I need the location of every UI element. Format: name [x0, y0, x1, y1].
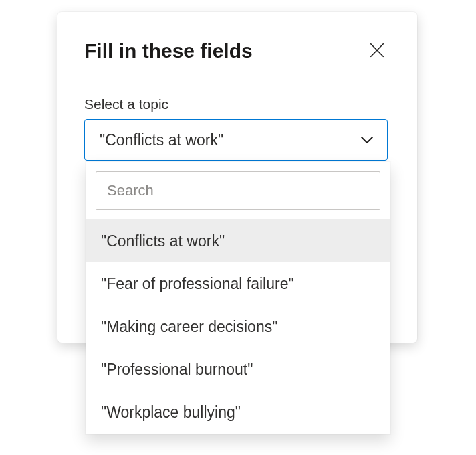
modal-header: Fill in these fields — [84, 37, 390, 64]
vertical-divider — [7, 0, 7, 455]
dropdown-option[interactable]: "Professional burnout" — [86, 348, 390, 391]
topic-dropdown: "Conflicts at work" "Fear of professiona… — [86, 162, 390, 434]
dropdown-option-list: "Conflicts at work" "Fear of professiona… — [86, 219, 390, 434]
dropdown-search-input[interactable] — [96, 171, 380, 210]
dropdown-option[interactable]: "Conflicts at work" — [86, 219, 390, 262]
close-button[interactable] — [364, 37, 390, 64]
dropdown-option[interactable]: "Making career decisions" — [86, 305, 390, 348]
dropdown-search-wrap — [86, 162, 390, 219]
dropdown-option[interactable]: "Fear of professional failure" — [86, 262, 390, 305]
field-label: Select a topic — [84, 96, 390, 112]
modal-title: Fill in these fields — [84, 39, 253, 62]
select-value: "Conflicts at work" — [100, 131, 223, 149]
close-icon — [368, 41, 386, 61]
topic-select[interactable]: "Conflicts at work" — [84, 119, 388, 161]
chevron-down-icon — [360, 135, 374, 145]
dropdown-option[interactable]: "Workplace bullying" — [86, 391, 390, 434]
